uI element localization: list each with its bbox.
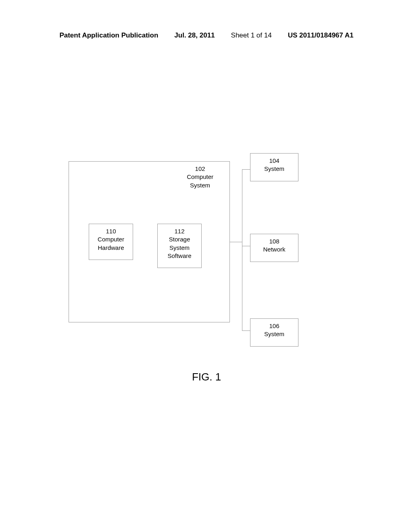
box-system-104: 104 System — [250, 153, 298, 181]
box-label: Computer System — [187, 173, 213, 189]
publication-label: Patent Application Publication — [59, 31, 158, 39]
page-header: Patent Application Publication Jul. 28, … — [0, 31, 413, 39]
connector-line — [230, 242, 242, 242]
box-storage-system-software: 112 Storage System Software — [157, 224, 202, 268]
box-label: Storage System Software — [158, 235, 201, 260]
connector-line — [242, 169, 250, 170]
sheet-label: Sheet 1 of 14 — [231, 31, 272, 39]
box-label: Computer Hardware — [89, 235, 133, 252]
box-label: System — [250, 165, 298, 173]
box-number: 104 — [250, 157, 298, 165]
box-computer-hardware: 110 Computer Hardware — [89, 224, 133, 260]
box-number: 112 — [158, 227, 201, 235]
connector-line — [242, 169, 242, 330]
date-label: Jul. 28, 2011 — [174, 31, 215, 39]
box-label: System — [250, 330, 298, 338]
patent-number-label: US 2011/0184967 A1 — [288, 31, 354, 39]
box-number: 110 — [89, 227, 133, 235]
box-network: 108 Network — [250, 234, 298, 262]
box-number: 102 — [187, 165, 213, 173]
diagram-figure-1: 102 Computer System 110 Computer Hardwar… — [0, 153, 413, 379]
box-system-106: 106 System — [250, 318, 298, 347]
box-number: 106 — [250, 322, 298, 330]
connector-line — [242, 246, 250, 246]
connector-line — [242, 330, 250, 331]
figure-caption: FIG. 1 — [0, 371, 413, 383]
box-number: 108 — [250, 237, 298, 245]
box-label: Network — [250, 245, 298, 254]
